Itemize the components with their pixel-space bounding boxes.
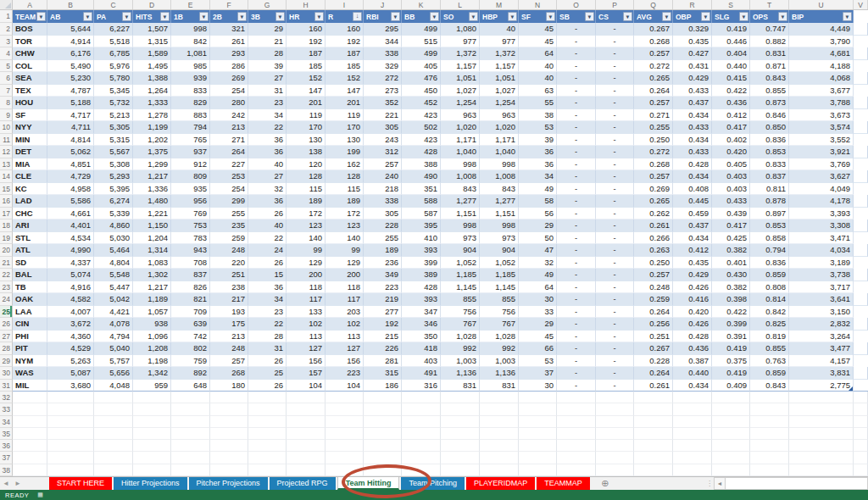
row-number-19[interactable]: 19: [0, 232, 13, 245]
cell-bb[interactable]: 423: [402, 134, 441, 147]
cell-sb[interactable]: -: [557, 109, 596, 122]
cell-1b[interactable]: 842: [171, 36, 210, 48]
empty-cell[interactable]: [133, 392, 171, 403]
cell-team-min[interactable]: MIN: [13, 134, 47, 147]
filter-dropdown-icon[interactable]: ▾: [469, 12, 478, 21]
empty-cell[interactable]: [248, 392, 287, 403]
filter-dropdown-icon[interactable]: ▾: [314, 12, 324, 21]
cell-sf[interactable]: 36: [519, 158, 557, 171]
cell-avg[interactable]: 0.228: [634, 355, 673, 368]
cell-ab[interactable]: 4,990: [47, 244, 94, 257]
cell-3b[interactable]: 24: [248, 244, 287, 257]
empty-cell[interactable]: [789, 452, 854, 464]
cell-cs[interactable]: -: [596, 47, 634, 60]
empty-cell[interactable]: [712, 416, 750, 428]
cell-ops[interactable]: 0.814: [750, 293, 789, 306]
cell-r[interactable]: 119: [326, 109, 364, 122]
cell-hbp[interactable]: 756: [480, 306, 519, 319]
cell-ops[interactable]: 0.819: [750, 331, 789, 343]
cell-hr[interactable]: 156: [287, 355, 326, 368]
cell-slg[interactable]: 0.430: [712, 269, 750, 281]
cell-2b[interactable]: 238: [210, 281, 248, 294]
empty-cell[interactable]: [673, 440, 712, 452]
cell-bip[interactable]: 3,627: [789, 170, 854, 183]
cell-rbi[interactable]: 281: [364, 355, 402, 368]
cell-hits[interactable]: 938: [133, 318, 171, 331]
cell-sb[interactable]: -: [557, 146, 596, 158]
cell-2b[interactable]: 293: [210, 47, 248, 60]
sheet-tab-playeridmap[interactable]: PLAYERIDMAP: [466, 477, 535, 490]
cell-hr[interactable]: 127: [287, 342, 326, 355]
cell-pa[interactable]: 5,040: [94, 342, 133, 355]
empty-cell[interactable]: [634, 440, 673, 452]
cell-hr[interactable]: 119: [287, 109, 326, 122]
cell-obp[interactable]: 0.459: [673, 208, 712, 220]
cell-avg[interactable]: 0.271: [634, 109, 673, 122]
empty-cell[interactable]: [712, 464, 750, 476]
cell-bip[interactable]: 3,921: [789, 146, 854, 158]
cell-ops[interactable]: 0.842: [750, 306, 789, 319]
cell-avg[interactable]: 0.263: [634, 244, 673, 257]
cell-r[interactable]: 113: [326, 331, 364, 343]
cell-hbp[interactable]: 855: [480, 293, 519, 306]
cell-rbi[interactable]: 312: [364, 146, 402, 158]
cell-sb[interactable]: -: [557, 355, 596, 368]
empty-cell[interactable]: [557, 416, 596, 428]
cell-slg[interactable]: 0.417: [712, 121, 750, 134]
cell-hr[interactable]: 200: [287, 269, 326, 281]
cell-hr[interactable]: 201: [287, 97, 326, 109]
row-number-35[interactable]: 35: [0, 428, 13, 440]
cell-pa[interactable]: 5,305: [94, 121, 133, 134]
empty-cell[interactable]: [634, 392, 673, 403]
cell-ab[interactable]: 3,672: [47, 318, 94, 331]
filter-dropdown-icon[interactable]: ▾: [83, 12, 92, 21]
cell-bip[interactable]: 2,832: [789, 318, 854, 331]
cell-cs[interactable]: -: [596, 60, 634, 73]
cell-ops[interactable]: 0.878: [750, 195, 789, 208]
cell-1b[interactable]: 639: [171, 318, 210, 331]
empty-cell[interactable]: [480, 464, 519, 476]
empty-cell[interactable]: [287, 440, 326, 452]
cell-sf[interactable]: 40: [519, 60, 557, 73]
cell-ops[interactable]: 0.811: [750, 183, 789, 196]
empty-cell[interactable]: [133, 428, 171, 440]
cell-r[interactable]: 147: [326, 85, 364, 97]
cell-hits[interactable]: 1,202: [133, 134, 171, 147]
row-number-32[interactable]: 32: [0, 392, 13, 403]
cell-rbi[interactable]: 257: [364, 158, 402, 171]
empty-cell[interactable]: [210, 452, 248, 464]
empty-cell[interactable]: [364, 452, 402, 464]
empty-cell[interactable]: [480, 428, 519, 440]
empty-cell[interactable]: [47, 392, 94, 403]
empty-cell[interactable]: [47, 416, 94, 428]
cell-hbp[interactable]: 1,185: [480, 269, 519, 281]
empty-cell[interactable]: [402, 416, 441, 428]
cell-pa[interactable]: 5,447: [94, 281, 133, 294]
cell-sf[interactable]: 38: [519, 109, 557, 122]
empty-cell[interactable]: [634, 452, 673, 464]
cell-team-nym[interactable]: NYM: [13, 355, 47, 368]
cell-team-nyy[interactable]: NYY: [13, 121, 47, 134]
cell-rbi[interactable]: 329: [364, 60, 402, 73]
empty-cell[interactable]: [750, 392, 789, 403]
cell-hits[interactable]: 1,199: [133, 121, 171, 134]
empty-cell[interactable]: [133, 403, 171, 415]
sort-filter-icon[interactable]: ↓: [353, 12, 362, 21]
empty-cell[interactable]: [712, 403, 750, 415]
cell-bip[interactable]: 3,477: [789, 342, 854, 355]
cell-hr[interactable]: 170: [287, 121, 326, 134]
empty-cell[interactable]: [596, 464, 634, 476]
empty-cell[interactable]: [171, 452, 210, 464]
cell-so[interactable]: 1,157: [441, 60, 480, 73]
empty-cell[interactable]: [287, 416, 326, 428]
empty-cell[interactable]: [364, 440, 402, 452]
cell-ops[interactable]: 0.825: [750, 318, 789, 331]
cell-hr[interactable]: 130: [287, 134, 326, 147]
empty-cell[interactable]: [326, 428, 364, 440]
cell-ab[interactable]: 4,401: [47, 219, 94, 232]
cell-cs[interactable]: -: [596, 269, 634, 281]
cell-1b[interactable]: 765: [171, 134, 210, 147]
cell-so[interactable]: 1,372: [441, 47, 480, 60]
cell-hits[interactable]: 1,217: [133, 281, 171, 294]
cell-1b[interactable]: 709: [171, 306, 210, 319]
